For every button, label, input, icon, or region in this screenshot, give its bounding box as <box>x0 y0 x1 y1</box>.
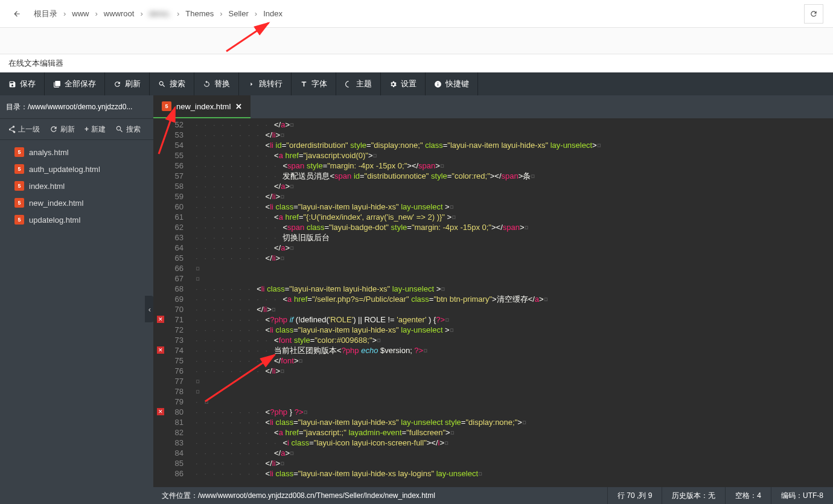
plus-icon: + <box>85 125 89 133</box>
breadcrumb-item[interactable]: 根目录 <box>30 6 61 22</box>
search-button[interactable]: 搜索 <box>150 72 194 95</box>
settings-button[interactable]: 设置 <box>381 72 426 95</box>
status-row-col: 行 70 ,列 9 <box>607 487 662 504</box>
file-item[interactable]: 5new_index.html <box>0 194 153 211</box>
info-icon <box>434 80 442 88</box>
html5-icon: 5 <box>162 101 171 111</box>
arrow-left-icon <box>13 10 21 18</box>
breadcrumb-item[interactable]: wwwroot <box>100 7 138 21</box>
file-list: 5analys.html5auth_updatelog.html5index.h… <box>0 140 153 504</box>
replace-button[interactable]: 替换 <box>194 72 239 95</box>
file-item[interactable]: 5analys.html <box>0 144 153 161</box>
file-name: index.html <box>29 182 65 191</box>
error-marker: ✕ <box>157 408 164 415</box>
editor-tabs: 5 new_index.html ✕ <box>153 95 833 118</box>
refresh-button[interactable]: 刷新 <box>105 72 150 95</box>
file-item[interactable]: 5updatelog.html <box>0 211 153 228</box>
share-icon <box>7 125 16 133</box>
html5-icon: 5 <box>14 147 24 157</box>
sidebar-tools: 上一级 刷新 +新建 搜索 <box>0 118 153 140</box>
save-all-icon <box>53 80 61 88</box>
theme-icon <box>345 80 353 88</box>
save-button[interactable]: 保存 <box>0 72 45 95</box>
back-button[interactable] <box>10 7 24 21</box>
code-source[interactable]: · · · · · · · · · </a>¤· · · · · · · · <… <box>196 118 833 487</box>
gear-icon <box>389 80 397 88</box>
editor-toolbar: 保存 全部保存 刷新 搜索 替换 跳转行 字体 主题 设置 快捷键 <box>0 72 833 95</box>
replace-icon <box>203 80 211 88</box>
file-sidebar: 目录：/www/wwwroot/demo.ynjdzzd0... 上一级 刷新 … <box>0 95 153 504</box>
search-icon <box>115 125 124 133</box>
file-name: new_index.html <box>29 199 83 208</box>
editor-title: 在线文本编辑器 <box>0 54 833 72</box>
file-item[interactable]: 5index.html <box>0 177 153 194</box>
status-spaces[interactable]: 空格：4 <box>725 487 771 504</box>
chevron-right-icon: › <box>252 9 260 18</box>
breadcrumb-item[interactable]: Themes <box>182 7 217 21</box>
breadcrumb-item[interactable]: Index <box>260 7 286 21</box>
chevron-right-icon: › <box>61 9 68 18</box>
html5-icon: 5 <box>14 181 24 191</box>
html5-icon: 5 <box>14 215 24 225</box>
sidebar-path: 目录：/www/wwwroot/demo.ynjdzzd0... <box>0 95 153 118</box>
search-icon <box>158 80 166 88</box>
chevron-right-icon: › <box>174 9 182 18</box>
file-item[interactable]: 5auth_updatelog.html <box>0 161 153 177</box>
refresh-icon <box>113 80 121 88</box>
error-marker: ✕ <box>157 316 164 323</box>
status-encoding[interactable]: 编码：UTF-8 <box>771 487 833 504</box>
action-row <box>0 28 833 54</box>
status-history[interactable]: 历史版本：无 <box>662 487 725 504</box>
save-icon <box>8 80 16 88</box>
error-marker: ✕ <box>157 346 164 354</box>
sidebar-new-button[interactable]: +新建 <box>81 122 109 137</box>
code-editor[interactable]: 5253545556575859606162636465666768697071… <box>153 118 833 487</box>
breadcrumb-item[interactable]: www <box>68 7 92 21</box>
gutter: 5253545556575859606162636465666768697071… <box>153 118 196 487</box>
shortcut-button[interactable]: 快捷键 <box>426 72 478 95</box>
file-name: auth_updatelog.html <box>29 165 100 174</box>
file-name: updatelog.html <box>29 215 80 225</box>
file-name: analys.html <box>29 148 69 157</box>
editor-main: 5 new_index.html ✕ 525354555657585960616… <box>153 95 833 504</box>
breadcrumb-item[interactable]: Seller <box>225 7 252 21</box>
tab-filename: new_index.html <box>176 102 231 111</box>
chevron-right-icon: › <box>93 9 100 18</box>
breadcrumb-items: 根目录›www›wwwroot›demo.›Themes›Seller›Inde… <box>30 6 804 22</box>
chevron-right-icon: › <box>138 9 145 18</box>
active-tab[interactable]: 5 new_index.html ✕ <box>153 95 251 118</box>
html5-icon: 5 <box>14 198 24 208</box>
theme-button[interactable]: 主题 <box>336 72 381 95</box>
goto-button[interactable]: 跳转行 <box>239 72 292 95</box>
breadcrumb-bar: 根目录›www›wwwroot›demo.›Themes›Seller›Inde… <box>0 0 833 28</box>
breadcrumb-item[interactable]: demo. <box>145 7 174 21</box>
sidebar-search-button[interactable]: 搜索 <box>112 122 144 137</box>
save-all-button[interactable]: 全部保存 <box>45 72 105 95</box>
goto-icon <box>247 80 255 88</box>
sidebar-up-button[interactable]: 上一级 <box>4 122 43 137</box>
html5-icon: 5 <box>14 164 24 174</box>
refresh-icon <box>809 10 818 18</box>
close-icon[interactable]: ✕ <box>235 102 242 111</box>
font-icon <box>300 80 308 88</box>
status-location: 文件位置：/www/wwwroot/demo.ynjdzzd008.cn/The… <box>153 491 607 501</box>
chevron-right-icon: › <box>217 9 225 18</box>
font-button[interactable]: 字体 <box>292 72 336 95</box>
sidebar-refresh-button[interactable]: 刷新 <box>46 122 78 137</box>
breadcrumb-refresh-button[interactable] <box>804 4 823 24</box>
refresh-icon <box>49 125 58 133</box>
status-bar: 文件位置：/www/wwwroot/demo.ynjdzzd008.cn/The… <box>153 487 833 504</box>
